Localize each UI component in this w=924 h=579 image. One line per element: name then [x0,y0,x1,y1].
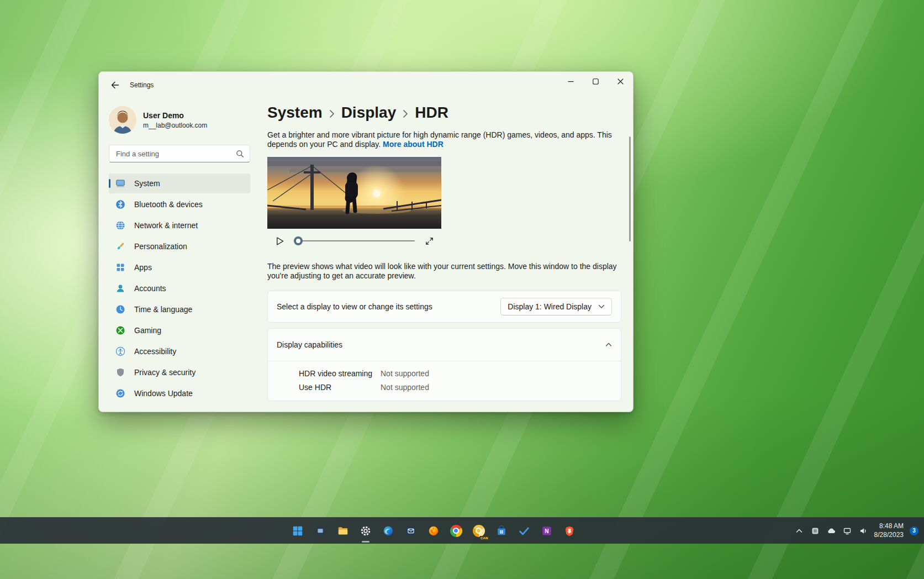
minimize-button[interactable] [558,72,583,91]
sidebar-item-accounts[interactable]: Accounts [109,278,250,298]
breadcrumb: System Display HDR [267,104,621,122]
chevron-right-icon [403,109,408,118]
sidebar-item-label: Time & language [134,305,192,314]
sidebar-item-apps[interactable]: Apps [109,257,250,277]
accessibility-icon [115,346,125,356]
brave-icon[interactable] [562,524,577,538]
hdr-description: Get a brighter and more vibrant picture … [267,130,621,149]
user-info: User Demo m__lab@outlook.com [143,111,207,129]
user-account-block[interactable]: User Demo m__lab@outlook.com [109,104,250,136]
sidebar-item-label: Bluetooth & devices [134,200,203,209]
breadcrumb-hdr: HDR [415,104,448,122]
shield-icon [115,367,125,377]
tray-time: 8:48 AM [874,522,904,531]
sidebar-item-bluetooth-devices[interactable]: Bluetooth & devices [109,194,250,214]
file-explorer-icon[interactable] [336,524,350,538]
capability-label: HDR video streaming [299,369,381,378]
taskbar-icons: CAN N [291,518,577,544]
sidebar-item-system[interactable]: System [109,173,250,193]
sidebar-item-accessibility[interactable]: Accessibility [109,341,250,361]
display-capabilities-header[interactable]: Display capabilities [268,329,621,361]
globe-icon [115,220,125,230]
canary-badge: CAN [479,536,489,540]
task-view-icon[interactable] [313,524,328,538]
slider-thumb[interactable] [294,236,303,245]
windows-logo-icon [292,525,304,537]
fullscreen-button[interactable] [423,234,436,248]
chevron-up-icon[interactable] [605,343,612,347]
sidebar-item-label: System [134,179,160,188]
onedrive-cloud-icon[interactable] [826,526,836,536]
apps-grid-icon [115,262,125,272]
tray-app-icon[interactable] [810,526,820,536]
play-button[interactable] [273,234,286,248]
capability-label: Use HDR [299,382,381,392]
todo-check-icon[interactable] [517,524,531,538]
slider-track[interactable] [294,240,415,241]
sidebar-item-windows-update[interactable]: Windows Update [109,383,250,403]
display-capabilities-title: Display capabilities [277,340,342,349]
search-icon [236,150,244,158]
update-icon [115,388,125,398]
ethernet-network-icon[interactable] [842,526,852,536]
volume-icon[interactable] [858,526,868,536]
edge-icon[interactable] [381,524,395,538]
display-selector-dropdown[interactable]: Display 1: Wired Display [500,298,612,315]
sidebar-item-label: Network & internet [134,221,198,230]
more-about-hdr-link[interactable]: More about HDR [383,140,443,149]
tray-chevron-up-icon[interactable] [794,526,804,536]
maximize-icon [593,78,599,85]
content-scrollbar[interactable] [629,136,631,241]
minimize-icon [568,78,574,85]
taskbar: CAN N 8:48 AM 8/28/ [0,517,924,544]
maximize-button[interactable] [583,72,608,91]
user-email: m__lab@outlook.com [143,122,207,129]
play-icon [274,236,285,246]
back-button[interactable] [105,77,124,93]
capability-row: HDR video streaming Not supported [268,367,621,380]
search-input[interactable] [115,149,236,159]
chrome-icon[interactable] [449,524,463,538]
notification-count-badge[interactable]: 3 [910,527,918,535]
video-progress-slider[interactable] [294,235,415,246]
gear-icon [360,525,372,537]
sidebar: User Demo m__lab@outlook.com System [99,98,260,412]
capability-row: Use HDR Not supported [268,381,621,394]
firefox-icon[interactable] [426,524,441,538]
clock-widget[interactable]: 8:48 AM 8/28/2023 [874,522,904,539]
xbox-icon [115,325,125,335]
settings-app-icon[interactable] [358,524,373,538]
window-title: Settings [130,81,154,89]
sidebar-nav: System Bluetooth & devices Network & int… [109,173,250,403]
chrome-canary-icon[interactable]: CAN [472,524,486,538]
paintbrush-icon [115,241,125,251]
sidebar-item-label: Windows Update [134,389,193,398]
sidebar-item-gaming[interactable]: Gaming [109,320,250,340]
settings-content: System Display HDR Get a brighter and mo… [267,98,621,412]
microsoft-store-icon[interactable] [494,524,509,538]
back-arrow-icon [110,81,119,90]
sidebar-item-label: Apps [134,263,152,272]
onenote-icon[interactable]: N [540,524,554,538]
sidebar-item-label: Accessibility [134,347,176,356]
sidebar-item-privacy-security[interactable]: Privacy & security [109,362,250,382]
start-button[interactable] [291,524,305,538]
sidebar-item-network-internet[interactable]: Network & internet [109,215,250,235]
user-name: User Demo [143,111,207,120]
breadcrumb-display[interactable]: Display [341,104,397,122]
sidebar-item-label: Privacy & security [134,368,196,377]
avatar [109,106,136,134]
breadcrumb-system[interactable]: System [267,104,323,122]
capability-value: Not supported [381,382,429,392]
display-capabilities-body: HDR video streaming Not supported Use HD… [268,361,621,400]
titlebar[interactable]: Settings [99,72,633,98]
tray-date: 8/28/2023 [874,531,904,540]
hdr-video-preview [267,157,441,229]
mail-icon[interactable] [404,524,418,538]
sidebar-item-time-language[interactable]: Time & language [109,299,250,319]
display-selector-value: Display 1: Wired Display [508,302,592,311]
close-button[interactable] [608,72,633,91]
hdr-video-player [267,157,441,253]
sidebar-item-personalization[interactable]: Personalization [109,236,250,256]
search-box[interactable] [109,145,250,162]
